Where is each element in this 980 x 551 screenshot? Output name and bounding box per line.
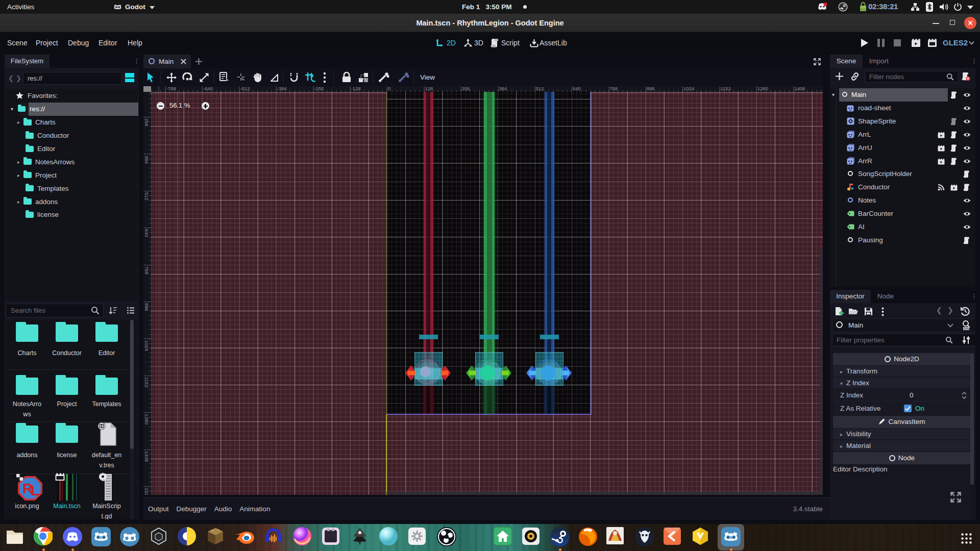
svg-text:L: L [31,483,39,498]
svg-text:DOC: DOC [964,327,970,330]
